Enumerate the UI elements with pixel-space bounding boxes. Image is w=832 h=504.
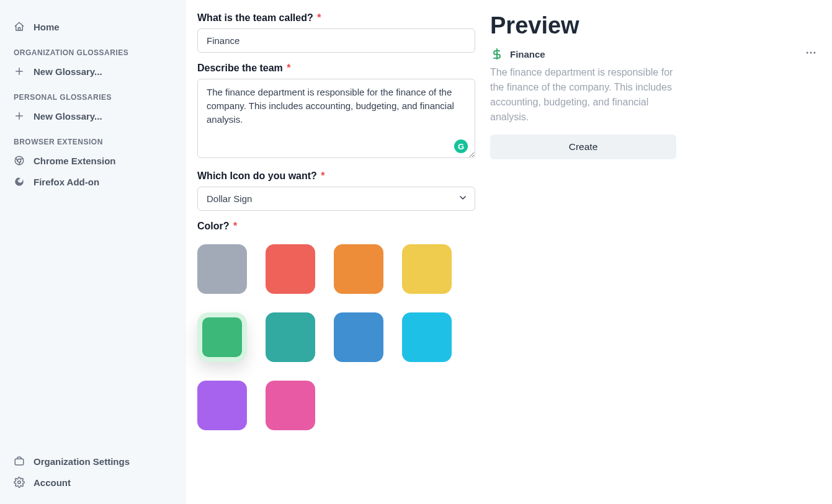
home-icon — [14, 21, 25, 32]
color-swatch-purple[interactable] — [197, 381, 247, 430]
color-label: Color? * — [197, 221, 237, 232]
plus-icon — [14, 110, 25, 122]
color-swatch-blue[interactable] — [334, 312, 383, 362]
required-mark: * — [284, 63, 291, 73]
color-swatch-orange[interactable] — [334, 244, 383, 294]
color-swatch-cyan[interactable] — [402, 312, 452, 362]
team-name-input[interactable] — [197, 29, 475, 53]
svg-point-10 — [18, 481, 21, 484]
more-icon[interactable] — [805, 46, 817, 61]
form-column: What is the team called? * Describe the … — [197, 12, 475, 504]
sidebar-firefox-label: Firefox Add-on — [34, 177, 99, 187]
team-name-label: What is the team called? * — [197, 12, 321, 24]
required-mark: * — [315, 12, 321, 23]
preview-team-name: Finance — [510, 49, 798, 60]
sidebar-new-org-label: New Glossary... — [34, 66, 102, 77]
preview-description: The finance department is responsible fo… — [490, 65, 676, 125]
sidebar-home[interactable]: Home — [0, 16, 186, 37]
icon-select-label: Which Icon do you want? * — [197, 170, 325, 182]
required-mark: * — [231, 221, 238, 231]
sidebar-account-label: Account — [34, 477, 71, 488]
sidebar-chrome-label: Chrome Extension — [34, 156, 116, 166]
color-swatch-yellow[interactable] — [402, 244, 452, 294]
svg-point-13 — [810, 52, 812, 54]
svg-point-12 — [807, 52, 808, 54]
sidebar-org-settings[interactable]: Organization Settings — [0, 451, 186, 472]
create-button[interactable]: Create — [490, 135, 676, 159]
sidebar-new-org-glossary[interactable]: New Glossary... — [0, 61, 186, 82]
preview-column: Preview Finance The finance department i… — [490, 12, 817, 504]
dollar-sign-icon — [490, 47, 504, 61]
svg-point-14 — [813, 52, 815, 54]
color-swatch-grid — [197, 244, 475, 430]
color-swatch-gray[interactable] — [197, 244, 247, 294]
sidebar: Home ORGANIZATION GLOSSARIES New Glossar… — [0, 0, 186, 504]
grammarly-icon[interactable]: G — [454, 139, 468, 153]
icon-select[interactable]: Dollar Sign — [197, 187, 475, 211]
color-swatch-green[interactable] — [197, 312, 247, 362]
sidebar-firefox-addon[interactable]: Firefox Add-on — [0, 171, 186, 192]
main: What is the team called? * Describe the … — [186, 0, 832, 504]
color-swatch-teal[interactable] — [266, 312, 315, 362]
sidebar-new-personal-label: New Glossary... — [34, 111, 102, 122]
team-desc-label: Describe the team * — [197, 63, 291, 74]
sidebar-account[interactable]: Account — [0, 472, 186, 493]
color-swatch-pink[interactable] — [266, 381, 315, 430]
sidebar-section-org-title: ORGANIZATION GLOSSARIES — [0, 37, 186, 61]
preview-heading: Preview — [490, 12, 817, 39]
sidebar-home-label: Home — [34, 22, 60, 32]
team-desc-textarea[interactable] — [197, 79, 475, 158]
color-swatch-red[interactable] — [266, 244, 315, 294]
sidebar-new-personal-glossary[interactable]: New Glossary... — [0, 105, 186, 126]
firefox-icon — [14, 176, 25, 187]
sidebar-chrome-extension[interactable]: Chrome Extension — [0, 150, 186, 171]
svg-rect-9 — [15, 459, 24, 465]
sidebar-section-personal-title: PERSONAL GLOSSARIES — [0, 82, 186, 105]
briefcase-icon — [14, 456, 25, 467]
plus-icon — [14, 66, 25, 77]
gear-icon — [14, 477, 25, 488]
sidebar-section-ext-title: BROWSER EXTENSION — [0, 126, 186, 150]
chrome-icon — [14, 155, 25, 166]
required-mark: * — [318, 170, 325, 181]
sidebar-org-settings-label: Organization Settings — [34, 456, 130, 467]
